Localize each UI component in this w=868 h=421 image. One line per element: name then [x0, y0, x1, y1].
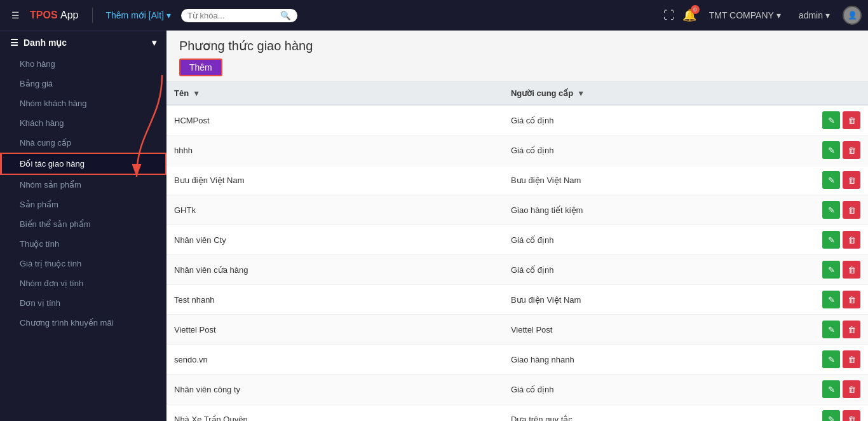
edit-button[interactable]: ✎: [822, 171, 840, 189]
delete-button[interactable]: 🗑: [843, 350, 860, 368]
sidebar-section-header[interactable]: ☰ Danh mục ▾: [0, 31, 166, 54]
col-ten: Tên ▼: [166, 82, 503, 105]
cell-ten: Bưu điện Việt Nam: [166, 165, 503, 195]
cell-actions: ✎ 🗑: [812, 165, 868, 195]
cell-ten: HCMPost: [166, 105, 503, 135]
sidebar-item-chuong-trinh-khuyen-mai[interactable]: Chương trình khuyến mãi: [0, 313, 166, 333]
hamburger-menu-button[interactable]: ☰: [6, 8, 25, 23]
cell-nguoi: Giá cố định: [503, 135, 812, 165]
delete-button[interactable]: 🗑: [843, 111, 860, 129]
sidebar-item-bien-the-san-pham[interactable]: Biến thể sản phẩm: [0, 214, 166, 234]
table-row: Nhân viên công tyGiá cố định ✎ 🗑: [166, 375, 868, 404]
data-table: Tên ▼ Người cung cấp ▼: [166, 82, 868, 421]
col-actions: [812, 82, 868, 105]
cell-nguoi: Giao hàng tiết kiệm: [503, 195, 812, 225]
notification-button[interactable]: 🔔 0: [682, 8, 696, 22]
cell-actions: ✎ 🗑: [812, 285, 868, 315]
edit-button[interactable]: ✎: [822, 141, 840, 159]
content-area: Phương thức giao hàng Thêm Tên ▼: [166, 31, 868, 421]
sidebar-item-khach-hang[interactable]: Khách hàng: [0, 113, 166, 133]
edit-button[interactable]: ✎: [822, 291, 840, 308]
table-row: Nhân viên CtyGiá cố định ✎ 🗑: [166, 225, 868, 255]
cell-ten: Nhân viên Cty: [166, 225, 503, 255]
sidebar: ☰ Danh mục ▾ Kho hàng Bảng giá Nhóm khác…: [0, 31, 166, 421]
add-new-button[interactable]: Thêm mới [Alt] ▾: [100, 8, 175, 23]
filter-ten-icon[interactable]: ▼: [193, 89, 200, 98]
delete-button[interactable]: 🗑: [843, 410, 860, 421]
cell-ten: sendo.vn: [166, 345, 503, 375]
sidebar-section-arrow: ▾: [152, 38, 156, 48]
avatar[interactable]: 👤: [843, 6, 862, 25]
sidebar-item-nha-cung-cap[interactable]: Nhà cung cấp: [0, 133, 166, 153]
sidebar-item-bang-gia[interactable]: Bảng giá: [0, 74, 166, 93]
sidebar-item-don-vi-tinh[interactable]: Đơn vị tính: [0, 293, 166, 313]
cell-ten: Nhân viên cửa hàng: [166, 255, 503, 285]
sidebar-menu-icon: ☰: [10, 38, 18, 48]
table-row: GHTkGiao hàng tiết kiệm ✎ 🗑: [166, 195, 868, 225]
cell-ten: Viettel Post: [166, 315, 503, 345]
table-row: sendo.vnGiao hàng nhanh ✎ 🗑: [166, 345, 868, 375]
edit-button[interactable]: ✎: [822, 201, 840, 219]
filter-nguoi-icon[interactable]: ▼: [577, 89, 585, 98]
table-body: HCMPostGiá cố định ✎ 🗑 hhhhGiá cố định ✎…: [166, 105, 868, 421]
delete-button[interactable]: 🗑: [843, 321, 860, 338]
delete-button[interactable]: 🗑: [843, 291, 860, 308]
col-nguoi-cung-cap: Người cung cấp ▼: [503, 82, 812, 105]
main-layout: ☰ Danh mục ▾ Kho hàng Bảng giá Nhóm khác…: [0, 31, 868, 421]
search-input[interactable]: [187, 11, 276, 20]
cell-nguoi: Bưu điện Việt Nam: [503, 285, 812, 315]
edit-button[interactable]: ✎: [822, 111, 840, 129]
sidebar-item-thuoc-tinh[interactable]: Thuộc tính: [0, 234, 166, 254]
cell-nguoi: Giá cố định: [503, 255, 812, 285]
sidebar-item-nhom-don-vi-tinh[interactable]: Nhóm đơn vị tính: [0, 273, 166, 293]
delete-button[interactable]: 🗑: [843, 201, 860, 219]
content-header: Phương thức giao hàng Thêm: [166, 31, 868, 82]
company-selector[interactable]: TMT COMPANY ▾: [704, 8, 786, 23]
table-row: Bưu điện Việt NamBưu điện Việt Nam ✎ 🗑: [166, 165, 868, 195]
delete-button[interactable]: 🗑: [843, 171, 860, 189]
fullscreen-button[interactable]: ⛶: [663, 9, 675, 22]
cell-actions: ✎ 🗑: [812, 315, 868, 345]
search-box: 🔍: [181, 9, 297, 22]
cell-ten: GHTk: [166, 195, 503, 225]
sidebar-item-doi-tac-giao-hang[interactable]: Đối tác giao hàng: [0, 153, 166, 175]
table-row: hhhhGiá cố định ✎ 🗑: [166, 135, 868, 165]
top-navbar: ☰ TPOS App Thêm mới [Alt] ▾ 🔍 ⛶ 🔔 0 TMT …: [0, 0, 868, 31]
nav-divider: [92, 8, 93, 23]
sidebar-item-kho-hang[interactable]: Kho hàng: [0, 54, 166, 74]
add-them-button[interactable]: Thêm: [179, 59, 222, 76]
cell-ten: hhhh: [166, 135, 503, 165]
edit-button[interactable]: ✎: [822, 321, 840, 338]
cell-actions: ✎ 🗑: [812, 404, 868, 422]
sidebar-item-nhom-khach-hang[interactable]: Nhóm khách hàng: [0, 93, 166, 113]
sidebar-item-san-pham[interactable]: Sản phẩm: [0, 195, 166, 214]
cell-actions: ✎ 🗑: [812, 345, 868, 375]
cell-nguoi: Giao hàng nhanh: [503, 345, 812, 375]
delete-button[interactable]: 🗑: [843, 380, 860, 398]
delete-button[interactable]: 🗑: [843, 261, 860, 279]
cell-ten: Test nhanh: [166, 285, 503, 315]
edit-button[interactable]: ✎: [822, 410, 840, 421]
cell-nguoi: Giá cố định: [503, 225, 812, 255]
sidebar-item-gia-tri-thuoc-tinh[interactable]: Giá trị thuộc tính: [0, 254, 166, 273]
table-container: Tên ▼ Người cung cấp ▼: [166, 82, 868, 421]
sidebar-item-nhom-san-pham[interactable]: Nhóm sản phẩm: [0, 175, 166, 195]
table-row: Nhân viên cửa hàngGiá cố định ✎ 🗑: [166, 255, 868, 285]
table-row: HCMPostGiá cố định ✎ 🗑: [166, 105, 868, 135]
cell-ten: Nhân viên công ty: [166, 375, 503, 404]
cell-nguoi: Viettel Post: [503, 315, 812, 345]
edit-button[interactable]: ✎: [822, 261, 840, 279]
edit-button[interactable]: ✎: [822, 231, 840, 249]
search-icon-button[interactable]: 🔍: [280, 11, 291, 20]
cell-actions: ✎ 🗑: [812, 135, 868, 165]
delete-button[interactable]: 🗑: [843, 231, 860, 249]
edit-button[interactable]: ✎: [822, 380, 840, 398]
table-header-row: Tên ▼ Người cung cấp ▼: [166, 82, 868, 105]
table-row: Test nhanhBưu điện Việt Nam ✎ 🗑: [166, 285, 868, 315]
edit-button[interactable]: ✎: [822, 350, 840, 368]
cell-nguoi: Giá cố định: [503, 375, 812, 404]
notification-badge: 0: [691, 5, 700, 14]
admin-menu-button[interactable]: admin ▾: [794, 8, 835, 23]
delete-button[interactable]: 🗑: [843, 141, 860, 159]
cell-actions: ✎ 🗑: [812, 225, 868, 255]
